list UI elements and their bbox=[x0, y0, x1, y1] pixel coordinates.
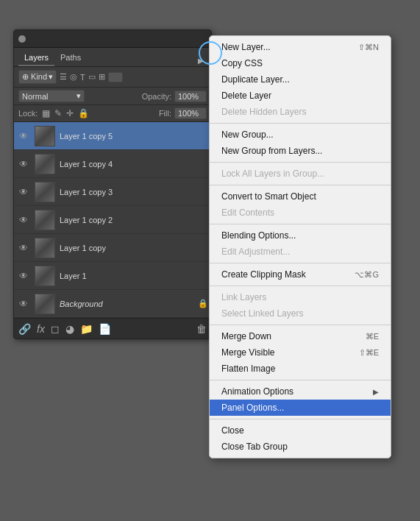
filter-toggle[interactable] bbox=[108, 72, 123, 82]
layer-row[interactable]: 👁 Layer 1 copy 5 bbox=[14, 122, 211, 150]
panel-menu-button[interactable]: ▶ bbox=[195, 55, 207, 66]
fill-row: Fill: 100% bbox=[159, 107, 207, 119]
visibility-toggle[interactable]: 👁 bbox=[17, 185, 30, 199]
menu-item-edit-contents: Edit Contents bbox=[210, 205, 391, 221]
menu-item-new-layer[interactable]: New Layer... ⇧⌘N bbox=[210, 39, 391, 55]
add-mask-icon[interactable]: ◻ bbox=[51, 323, 60, 335]
lock-move-icon[interactable]: ✛ bbox=[66, 108, 74, 118]
layer-row[interactable]: 👁 Layer 1 copy bbox=[14, 234, 211, 262]
lock-bar: Lock: ▦ ✎ ✛ 🔒 Fill: 100% bbox=[14, 105, 211, 122]
layer-thumbnail bbox=[35, 210, 55, 230]
menu-item-new-group-from-layers[interactable]: New Group from Layers... bbox=[210, 143, 391, 159]
filter-smart-icon[interactable]: ⊞ bbox=[99, 72, 105, 82]
menu-item-link-layers: Link Layers bbox=[210, 289, 391, 305]
visibility-toggle[interactable]: 👁 bbox=[17, 269, 30, 283]
layer-name: Layer 1 copy 5 bbox=[60, 132, 208, 141]
layer-row[interactable]: 👁 Layer 1 copy 2 bbox=[14, 206, 211, 234]
menu-separator bbox=[210, 162, 391, 163]
layer-name: Layer 1 copy 2 bbox=[60, 216, 208, 224]
menu-separator bbox=[210, 419, 391, 419]
layer-name: Layer 1 bbox=[60, 272, 208, 280]
filter-pixel-icon[interactable]: ☰ bbox=[60, 72, 67, 82]
layer-row[interactable]: 👁 Layer 1 copy 4 bbox=[14, 150, 211, 178]
menu-item-new-group[interactable]: New Group... bbox=[210, 127, 391, 143]
menu-separator bbox=[210, 185, 391, 185]
lock-all-icon[interactable]: 🔒 bbox=[78, 108, 89, 118]
menu-separator bbox=[210, 123, 391, 124]
menu-separator bbox=[210, 224, 391, 224]
filter-bar: ⊕ Kind ▾ ☰ ◎ T ▭ ⊞ bbox=[14, 67, 211, 88]
menu-item-edit-adjustment: Edit Adjustment... bbox=[210, 244, 391, 260]
visibility-toggle[interactable]: 👁 bbox=[17, 297, 30, 311]
layer-list: 👁 Layer 1 copy 5 👁 Layer 1 copy 4 👁 Laye… bbox=[14, 122, 211, 318]
new-layer-icon[interactable]: 📄 bbox=[99, 323, 111, 335]
layer-name: Background bbox=[60, 300, 198, 308]
menu-item-close-tab-group[interactable]: Close Tab Group bbox=[210, 439, 391, 455]
menu-item-animation-options[interactable]: Animation Options ▶ bbox=[210, 383, 391, 400]
fx-icon[interactable]: fx bbox=[37, 323, 45, 335]
menu-item-blending-options[interactable]: Blending Options... bbox=[210, 227, 391, 244]
context-menu: New Layer... ⇧⌘N Copy CSS Duplicate Laye… bbox=[209, 35, 391, 458]
layer-thumbnail bbox=[35, 238, 55, 258]
menu-item-clipping-mask[interactable]: Create Clipping Mask ⌥⌘G bbox=[210, 266, 391, 283]
filter-shape-icon[interactable]: ▭ bbox=[88, 72, 96, 82]
panel-title-bar bbox=[14, 30, 211, 48]
visibility-toggle[interactable]: 👁 bbox=[17, 213, 30, 227]
layer-name: Layer 1 copy bbox=[60, 244, 208, 252]
menu-item-flatten-image[interactable]: Flatten Image bbox=[210, 361, 391, 377]
filter-adj-icon[interactable]: ◎ bbox=[70, 72, 77, 82]
filter-kind-select[interactable]: ⊕ Kind ▾ bbox=[18, 70, 57, 84]
visibility-toggle[interactable]: 👁 bbox=[17, 241, 30, 255]
layer-thumbnail bbox=[35, 182, 55, 202]
layer-name: Layer 1 copy 4 bbox=[60, 160, 208, 169]
link-layers-icon[interactable]: 🔗 bbox=[18, 323, 31, 335]
fill-input[interactable]: 100% bbox=[174, 107, 207, 119]
layer-thumbnail bbox=[35, 266, 55, 286]
layer-lock-icon: 🔒 bbox=[198, 299, 208, 308]
blend-bar: Normal ▾ Opacity: 100% bbox=[14, 88, 211, 105]
layer-thumbnail bbox=[35, 154, 55, 174]
menu-item-merge-visible[interactable]: Merge Visible ⇧⌘E bbox=[210, 344, 391, 361]
layers-panel: Layers Paths ▶ ⊕ Kind ▾ ☰ ◎ T ▭ ⊞ Normal… bbox=[13, 29, 212, 339]
layer-thumbnail bbox=[35, 294, 55, 314]
menu-item-delete-hidden: Delete Hidden Layers bbox=[210, 104, 391, 120]
menu-item-duplicate-layer[interactable]: Duplicate Layer... bbox=[210, 71, 391, 88]
visibility-toggle[interactable]: 👁 bbox=[17, 130, 30, 143]
menu-item-select-linked: Select Linked Layers bbox=[210, 305, 391, 322]
menu-item-convert-smart[interactable]: Convert to Smart Object bbox=[210, 188, 391, 205]
layer-name: Layer 1 copy 3 bbox=[60, 188, 208, 196]
layer-row[interactable]: 👁 Layer 1 copy 3 bbox=[14, 178, 211, 206]
tab-layers[interactable]: Layers bbox=[18, 50, 54, 66]
menu-item-panel-options[interactable]: Panel Options... bbox=[210, 400, 391, 416]
menu-item-lock-all: Lock All Layers in Group... bbox=[210, 166, 391, 182]
submenu-arrow-icon: ▶ bbox=[373, 388, 379, 396]
blend-mode-select[interactable]: Normal ▾ bbox=[18, 90, 85, 102]
lock-pixels-icon[interactable]: ▦ bbox=[42, 108, 50, 118]
layer-row[interactable]: 👁 Layer 1 bbox=[14, 262, 211, 290]
new-group-icon[interactable]: 📁 bbox=[80, 323, 93, 335]
add-adjustment-icon[interactable]: ◕ bbox=[65, 323, 74, 335]
opacity-input[interactable]: 100% bbox=[174, 91, 207, 102]
menu-separator bbox=[210, 380, 391, 380]
menu-separator bbox=[210, 286, 391, 286]
tab-paths[interactable]: Paths bbox=[54, 50, 87, 66]
opacity-row: Opacity: 100% bbox=[142, 91, 207, 102]
close-button[interactable] bbox=[18, 35, 26, 43]
menu-item-delete-layer[interactable]: Delete Layer bbox=[210, 88, 391, 104]
layer-thumbnail bbox=[35, 126, 55, 146]
panel-bottom-bar: 🔗 fx ◻ ◕ 📁 📄 🗑 bbox=[14, 318, 211, 339]
lock-position-icon[interactable]: ✎ bbox=[54, 108, 62, 118]
panel-tabs: Layers Paths ▶ bbox=[14, 48, 211, 67]
menu-item-merge-down[interactable]: Merge Down ⌘E bbox=[210, 328, 391, 344]
filter-type-icon[interactable]: T bbox=[80, 73, 85, 82]
menu-item-close[interactable]: Close bbox=[210, 422, 391, 439]
layer-row[interactable]: 👁 Background 🔒 bbox=[14, 290, 211, 318]
visibility-toggle[interactable]: 👁 bbox=[17, 157, 30, 171]
delete-layer-icon[interactable]: 🗑 bbox=[196, 323, 207, 335]
menu-separator bbox=[210, 263, 391, 263]
menu-item-copy-css[interactable]: Copy CSS bbox=[210, 55, 391, 71]
menu-separator bbox=[210, 325, 391, 325]
